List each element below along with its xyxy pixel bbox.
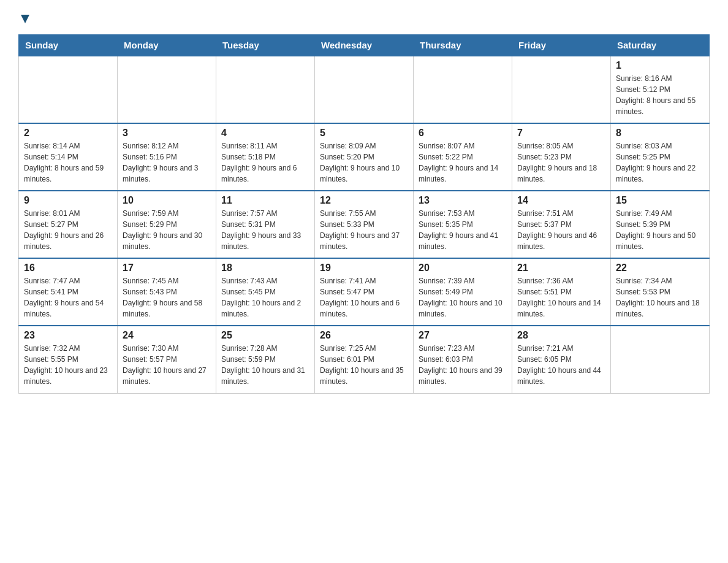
calendar-cell: 27Sunrise: 7:23 AM Sunset: 6:03 PM Dayli…	[414, 326, 512, 393]
col-header-wednesday: Wednesday	[315, 35, 414, 56]
calendar-week-4: 16Sunrise: 7:47 AM Sunset: 5:41 PM Dayli…	[19, 258, 710, 326]
day-number: 22	[616, 262, 704, 274]
calendar-cell	[216, 56, 315, 123]
day-info: Sunrise: 8:05 AM Sunset: 5:23 PM Dayligh…	[517, 140, 605, 185]
day-number: 23	[24, 330, 112, 341]
day-number: 7	[517, 128, 605, 139]
calendar-cell	[315, 56, 414, 123]
day-info: Sunrise: 7:59 AM Sunset: 5:29 PM Dayligh…	[123, 208, 211, 252]
day-info: Sunrise: 8:09 AM Sunset: 5:20 PM Dayligh…	[320, 140, 408, 185]
day-number: 9	[24, 195, 112, 206]
day-info: Sunrise: 7:43 AM Sunset: 5:45 PM Dayligh…	[221, 275, 309, 320]
calendar-cell: 8Sunrise: 8:03 AM Sunset: 5:25 PM Daylig…	[611, 123, 710, 191]
calendar-cell: 16Sunrise: 7:47 AM Sunset: 5:41 PM Dayli…	[19, 258, 118, 326]
calendar-cell: 17Sunrise: 7:45 AM Sunset: 5:43 PM Dayli…	[118, 258, 216, 326]
calendar-cell: 23Sunrise: 7:32 AM Sunset: 5:55 PM Dayli…	[19, 326, 118, 393]
calendar-cell	[19, 56, 118, 123]
day-number: 10	[123, 195, 211, 206]
day-info: Sunrise: 8:16 AM Sunset: 5:12 PM Dayligh…	[616, 73, 704, 117]
day-number: 11	[221, 195, 309, 206]
day-info: Sunrise: 8:03 AM Sunset: 5:25 PM Dayligh…	[616, 140, 704, 185]
day-info: Sunrise: 7:53 AM Sunset: 5:35 PM Dayligh…	[419, 208, 507, 252]
day-number: 13	[419, 195, 507, 206]
day-info: Sunrise: 7:28 AM Sunset: 5:59 PM Dayligh…	[221, 343, 309, 387]
calendar-cell	[512, 56, 611, 123]
day-number: 17	[123, 262, 211, 274]
day-info: Sunrise: 7:41 AM Sunset: 5:47 PM Dayligh…	[320, 275, 408, 320]
svg-marker-0	[21, 15, 29, 23]
day-info: Sunrise: 7:39 AM Sunset: 5:49 PM Dayligh…	[419, 275, 507, 320]
day-number: 3	[123, 128, 211, 139]
day-number: 8	[616, 128, 704, 139]
calendar-cell: 20Sunrise: 7:39 AM Sunset: 5:49 PM Dayli…	[414, 258, 512, 326]
calendar-cell: 3Sunrise: 8:12 AM Sunset: 5:16 PM Daylig…	[118, 123, 216, 191]
col-header-thursday: Thursday	[414, 35, 512, 56]
day-number: 15	[616, 195, 704, 206]
day-info: Sunrise: 8:14 AM Sunset: 5:14 PM Dayligh…	[24, 140, 112, 185]
calendar-cell: 19Sunrise: 7:41 AM Sunset: 5:47 PM Dayli…	[315, 258, 414, 326]
day-number: 25	[221, 330, 309, 341]
calendar-cell	[611, 326, 710, 393]
day-number: 26	[320, 330, 408, 341]
day-number: 27	[419, 330, 507, 341]
calendar-cell: 4Sunrise: 8:11 AM Sunset: 5:18 PM Daylig…	[216, 123, 315, 191]
day-number: 24	[123, 330, 211, 341]
calendar-cell: 12Sunrise: 7:55 AM Sunset: 5:33 PM Dayli…	[315, 191, 414, 258]
calendar-cell: 25Sunrise: 7:28 AM Sunset: 5:59 PM Dayli…	[216, 326, 315, 393]
page-header	[18, 12, 710, 25]
day-info: Sunrise: 7:32 AM Sunset: 5:55 PM Dayligh…	[24, 343, 112, 387]
day-info: Sunrise: 7:57 AM Sunset: 5:31 PM Dayligh…	[221, 208, 309, 252]
calendar-cell: 1Sunrise: 8:16 AM Sunset: 5:12 PM Daylig…	[611, 56, 710, 123]
day-info: Sunrise: 7:30 AM Sunset: 5:57 PM Dayligh…	[123, 343, 211, 387]
calendar-cell: 6Sunrise: 8:07 AM Sunset: 5:22 PM Daylig…	[414, 123, 512, 191]
calendar-cell: 18Sunrise: 7:43 AM Sunset: 5:45 PM Dayli…	[216, 258, 315, 326]
col-header-tuesday: Tuesday	[216, 35, 315, 56]
day-number: 20	[419, 262, 507, 274]
day-number: 16	[24, 262, 112, 274]
calendar-cell: 11Sunrise: 7:57 AM Sunset: 5:31 PM Dayli…	[216, 191, 315, 258]
day-info: Sunrise: 8:01 AM Sunset: 5:27 PM Dayligh…	[24, 208, 112, 252]
day-info: Sunrise: 7:49 AM Sunset: 5:39 PM Dayligh…	[616, 208, 704, 252]
day-number: 12	[320, 195, 408, 206]
col-header-sunday: Sunday	[19, 35, 118, 56]
calendar-cell	[118, 56, 216, 123]
day-info: Sunrise: 7:55 AM Sunset: 5:33 PM Dayligh…	[320, 208, 408, 252]
calendar-cell: 10Sunrise: 7:59 AM Sunset: 5:29 PM Dayli…	[118, 191, 216, 258]
day-number: 28	[517, 330, 605, 341]
col-header-saturday: Saturday	[611, 35, 710, 56]
day-info: Sunrise: 7:25 AM Sunset: 6:01 PM Dayligh…	[320, 343, 408, 387]
col-header-friday: Friday	[512, 35, 611, 56]
day-number: 1	[616, 60, 704, 71]
calendar-cell	[414, 56, 512, 123]
day-number: 19	[320, 262, 408, 274]
calendar-cell: 13Sunrise: 7:53 AM Sunset: 5:35 PM Dayli…	[414, 191, 512, 258]
day-number: 4	[221, 128, 309, 139]
col-header-monday: Monday	[118, 35, 216, 56]
calendar-table: SundayMondayTuesdayWednesdayThursdayFrid…	[18, 34, 710, 394]
day-info: Sunrise: 7:45 AM Sunset: 5:43 PM Dayligh…	[123, 275, 211, 320]
calendar-cell: 15Sunrise: 7:49 AM Sunset: 5:39 PM Dayli…	[611, 191, 710, 258]
day-number: 21	[517, 262, 605, 274]
calendar-week-5: 23Sunrise: 7:32 AM Sunset: 5:55 PM Dayli…	[19, 326, 710, 393]
calendar-cell: 9Sunrise: 8:01 AM Sunset: 5:27 PM Daylig…	[19, 191, 118, 258]
logo-chevron-icon	[20, 13, 31, 27]
calendar-cell: 5Sunrise: 8:09 AM Sunset: 5:20 PM Daylig…	[315, 123, 414, 191]
logo	[18, 12, 31, 25]
day-number: 5	[320, 128, 408, 139]
calendar-week-1: 1Sunrise: 8:16 AM Sunset: 5:12 PM Daylig…	[19, 56, 710, 123]
day-info: Sunrise: 8:07 AM Sunset: 5:22 PM Dayligh…	[419, 140, 507, 185]
day-number: 14	[517, 195, 605, 206]
day-number: 2	[24, 128, 112, 139]
calendar-cell: 22Sunrise: 7:34 AM Sunset: 5:53 PM Dayli…	[611, 258, 710, 326]
calendar-cell: 26Sunrise: 7:25 AM Sunset: 6:01 PM Dayli…	[315, 326, 414, 393]
day-info: Sunrise: 8:12 AM Sunset: 5:16 PM Dayligh…	[123, 140, 211, 185]
day-info: Sunrise: 7:47 AM Sunset: 5:41 PM Dayligh…	[24, 275, 112, 320]
calendar-cell: 2Sunrise: 8:14 AM Sunset: 5:14 PM Daylig…	[19, 123, 118, 191]
day-info: Sunrise: 8:11 AM Sunset: 5:18 PM Dayligh…	[221, 140, 309, 185]
day-info: Sunrise: 7:21 AM Sunset: 6:05 PM Dayligh…	[517, 343, 605, 387]
day-number: 6	[419, 128, 507, 139]
day-info: Sunrise: 7:34 AM Sunset: 5:53 PM Dayligh…	[616, 275, 704, 320]
calendar-cell: 28Sunrise: 7:21 AM Sunset: 6:05 PM Dayli…	[512, 326, 611, 393]
calendar-week-3: 9Sunrise: 8:01 AM Sunset: 5:27 PM Daylig…	[19, 191, 710, 258]
calendar-header-row: SundayMondayTuesdayWednesdayThursdayFrid…	[19, 35, 710, 56]
